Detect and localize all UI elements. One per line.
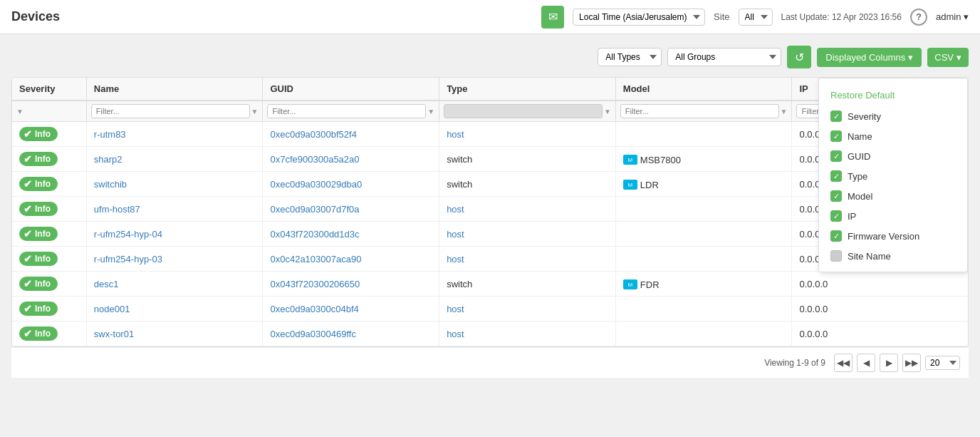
- device-type-link[interactable]: host: [447, 229, 464, 240]
- check-icon: ✔: [24, 178, 32, 190]
- cell-model: [615, 122, 792, 147]
- device-name-link[interactable]: r-ufm254-hyp-04: [94, 229, 162, 240]
- severity-badge: ✔Info: [19, 302, 58, 316]
- dropdown-column-item[interactable]: Type: [819, 166, 967, 186]
- site-label: Site: [714, 11, 729, 22]
- filter-icon[interactable]: ▼: [16, 108, 24, 115]
- check-icon: ✔: [24, 153, 32, 165]
- pagination-row: Viewing 1-9 of 9 ◀◀ ◀ ▶ ▶▶ 20 50 100: [11, 347, 969, 378]
- severity-badge: ✔Info: [19, 152, 58, 166]
- cell-model: [615, 322, 792, 346]
- dropdown-column-item[interactable]: Firmware Version: [819, 226, 967, 246]
- cell-type: switch: [439, 147, 616, 172]
- filter-icon[interactable]: ▼: [427, 108, 434, 115]
- last-page-button[interactable]: ▶▶: [902, 354, 921, 372]
- dropdown-column-label: Model: [848, 191, 872, 202]
- device-name-link[interactable]: r-utm83: [94, 129, 126, 140]
- dropdown-column-item[interactable]: Severity: [819, 106, 967, 126]
- device-guid-link[interactable]: 0xec0d9a0300c04bf4: [270, 304, 358, 314]
- device-guid-link[interactable]: 0x043f720300206650: [270, 279, 360, 289]
- severity-badge: ✔Info: [19, 327, 58, 341]
- device-guid-link[interactable]: 0xec0d9a0300469ffc: [270, 329, 355, 339]
- cell-severity: ✔Info: [12, 272, 86, 297]
- cell-guid: 0x043f720300206650: [263, 272, 439, 297]
- prev-page-button[interactable]: ◀: [857, 354, 875, 372]
- site-select[interactable]: All: [739, 9, 773, 26]
- timezone-select[interactable]: Local Time (Asia/Jerusalem): [573, 9, 705, 26]
- filter-name-input[interactable]: [91, 104, 250, 118]
- col-guid[interactable]: GUID: [263, 78, 439, 101]
- cell-model: MMSB7800: [615, 147, 792, 172]
- cell-severity: ✔Info: [12, 247, 86, 272]
- check-icon: ✔: [24, 278, 32, 289]
- checkbox-checked-icon: [830, 130, 842, 142]
- device-guid-link[interactable]: 0x7cfe900300a5a2a0: [270, 154, 359, 165]
- dropdown-column-item[interactable]: Site Name: [819, 246, 967, 266]
- device-type-link[interactable]: host: [447, 254, 464, 264]
- types-filter[interactable]: All Types: [598, 48, 662, 66]
- cell-guid: 0x043f720300dd1d3c: [263, 222, 439, 247]
- cell-name: r-utm83: [86, 122, 263, 147]
- cell-type: host: [439, 122, 616, 147]
- checkbox-checked-icon: [830, 110, 842, 122]
- device-name-link[interactable]: sharp2: [94, 154, 123, 165]
- device-guid-link[interactable]: 0x043f720300dd1d3c: [270, 229, 359, 240]
- dropdown-column-label: Firmware Version: [848, 231, 919, 242]
- severity-badge: ✔Info: [19, 277, 58, 291]
- device-name-link[interactable]: ufm-host87: [94, 204, 140, 215]
- filter-guid-input[interactable]: [267, 104, 426, 118]
- admin-menu[interactable]: admin ▾: [936, 11, 969, 22]
- restore-default-link[interactable]: Restore Default: [819, 84, 967, 106]
- filter-icon[interactable]: ▼: [251, 108, 259, 115]
- device-guid-link[interactable]: 0x0c42a103007aca90: [270, 254, 361, 264]
- checkbox-checked-icon: [830, 170, 842, 182]
- help-button[interactable]: ?: [910, 9, 927, 26]
- filter-model: ▼: [615, 101, 792, 122]
- filter-type-input[interactable]: [444, 104, 603, 118]
- dropdown-column-item[interactable]: Name: [819, 126, 967, 146]
- filter-icon[interactable]: ▼: [781, 108, 788, 115]
- cell-name: r-ufm254-hyp-04: [86, 222, 263, 247]
- next-page-button[interactable]: ▶: [880, 354, 898, 372]
- toolbar: All Types All Groups ↺ Displayed Columns…: [11, 46, 969, 68]
- csv-button[interactable]: CSV: [927, 48, 969, 67]
- page-size-select[interactable]: 20 50 100: [925, 356, 960, 370]
- cell-ip: 0.0.0.0: [792, 272, 968, 297]
- filter-model-input[interactable]: [620, 104, 779, 118]
- groups-filter[interactable]: All Groups: [667, 48, 781, 66]
- filter-severity: ▼: [12, 101, 86, 122]
- displayed-columns-button[interactable]: Displayed Columns: [817, 48, 922, 67]
- dropdown-column-item[interactable]: Model: [819, 186, 967, 206]
- cell-guid: 0xec0d9a0300bf52f4: [263, 122, 439, 147]
- col-name[interactable]: Name: [86, 78, 263, 101]
- cell-severity: ✔Info: [12, 322, 86, 346]
- refresh-button[interactable]: ↺: [787, 46, 811, 68]
- first-page-button[interactable]: ◀◀: [834, 354, 853, 372]
- displayed-columns-dropdown: Restore Default SeverityNameGUIDTypeMode…: [818, 78, 968, 272]
- col-model[interactable]: Model: [615, 78, 792, 101]
- device-type-link[interactable]: host: [447, 204, 464, 215]
- device-guid-link[interactable]: 0xec0d9a0300bf52f4: [270, 129, 356, 140]
- filter-icon[interactable]: ▼: [604, 108, 611, 115]
- cell-severity: ✔Info: [12, 147, 86, 172]
- dropdown-column-item[interactable]: IP: [819, 206, 967, 226]
- device-guid-link[interactable]: 0xec0d9a03007d7f0a: [270, 204, 359, 215]
- cell-guid: 0xec0d9a030029dba0: [263, 172, 439, 197]
- dropdown-column-item[interactable]: GUID: [819, 146, 967, 166]
- device-type-link[interactable]: host: [447, 129, 464, 140]
- device-name-link[interactable]: swx-tor01: [94, 329, 134, 339]
- dropdown-column-label: Type: [848, 171, 867, 182]
- cell-type: switch: [439, 172, 616, 197]
- col-severity[interactable]: Severity: [12, 78, 86, 101]
- col-type[interactable]: Type: [439, 78, 616, 101]
- device-type-link[interactable]: host: [447, 304, 464, 314]
- device-name-link[interactable]: r-ufm254-hyp-03: [94, 254, 162, 264]
- device-name-link[interactable]: desc1: [94, 279, 119, 289]
- device-type-link[interactable]: host: [447, 329, 464, 339]
- device-guid-link[interactable]: 0xec0d9a030029dba0: [270, 179, 362, 190]
- cell-severity: ✔Info: [12, 222, 86, 247]
- device-name-link[interactable]: switchib: [94, 179, 127, 190]
- device-name-link[interactable]: node001: [94, 304, 130, 314]
- email-icon[interactable]: [541, 6, 564, 29]
- cell-ip: 0.0.0.0: [792, 322, 968, 346]
